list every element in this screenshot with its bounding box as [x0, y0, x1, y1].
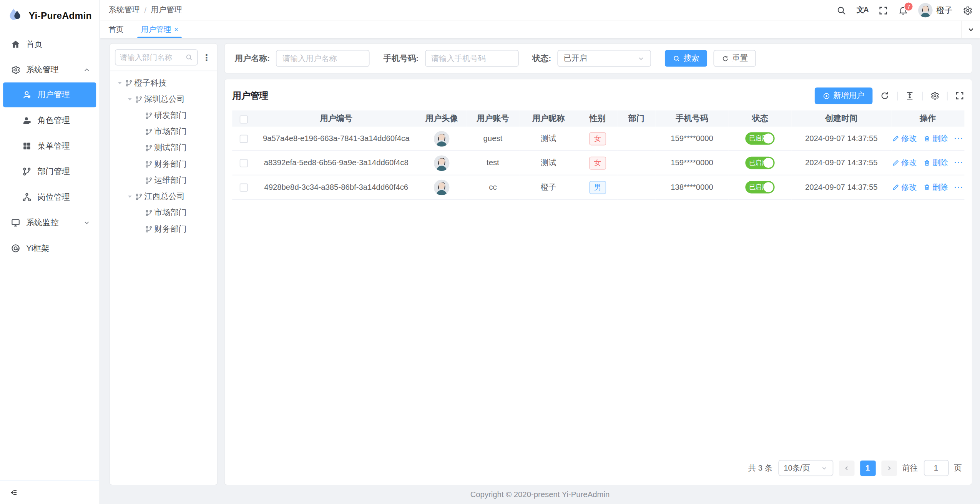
department-search-input[interactable]	[120, 53, 183, 62]
breadcrumb-system[interactable]: 系统管理	[109, 5, 140, 16]
edit-icon	[892, 159, 899, 166]
status-toggle[interactable]: 已启用	[746, 132, 775, 144]
main-area: 系统管理 / 用户管理 文A 7	[100, 0, 980, 504]
delete-button[interactable]: 删除	[923, 133, 948, 144]
sidebar-item-yi-framework[interactable]: Yi框架	[0, 235, 99, 261]
branch-icon	[135, 192, 143, 201]
cell-phone: 138****0000	[655, 175, 729, 199]
tree-node[interactable]: 市场部门	[115, 205, 212, 221]
sidebar-item-menus[interactable]: 菜单管理	[0, 133, 99, 159]
tree-node[interactable]: 橙子科技	[115, 75, 212, 91]
row-checkbox[interactable]	[240, 135, 248, 143]
page-number-1[interactable]: 1	[860, 460, 875, 476]
column-account: 用户账号	[467, 110, 519, 126]
tree-node[interactable]: 财务部门	[115, 156, 212, 172]
sidebar-item-label: 菜单管理	[37, 140, 70, 151]
tree-node[interactable]: 市场部门	[115, 124, 212, 140]
tree-node-label: 测试部门	[154, 142, 186, 153]
cell-user-id: a8392efa-5ed8-6b56-9a9e-3a14dd60f4c8	[256, 151, 417, 175]
reset-button[interactable]: 重置	[714, 50, 756, 67]
prev-page-button[interactable]	[839, 460, 854, 476]
fullscreen-icon[interactable]	[955, 91, 964, 100]
username-label: 用户名称:	[235, 53, 270, 64]
column-department: 部门	[617, 110, 655, 126]
sidebar-item-departments[interactable]: 部门管理	[0, 159, 99, 184]
caret-down-icon[interactable]	[126, 193, 133, 200]
branch-icon	[145, 209, 153, 217]
cell-phone: 159****0000	[655, 127, 729, 151]
cell-created: 2024-09-07 14:37:55	[792, 175, 891, 199]
collapse-sidebar-icon[interactable]	[9, 488, 18, 497]
divider	[947, 91, 948, 100]
edit-button-label: 修改	[901, 158, 917, 168]
caret-down-icon[interactable]	[126, 96, 133, 103]
sidebar-item-monitor[interactable]: 系统监控	[0, 210, 99, 235]
select-all-checkbox[interactable]	[240, 115, 248, 123]
search-button[interactable]: 搜索	[665, 50, 707, 67]
edit-button[interactable]: 修改	[892, 158, 917, 168]
edit-button[interactable]: 修改	[892, 133, 917, 144]
tree-node[interactable]: 研发部门	[115, 107, 212, 123]
username-input[interactable]	[276, 50, 370, 67]
delete-button[interactable]: 删除	[923, 182, 948, 192]
page-size-select[interactable]: 10条/页	[778, 460, 833, 476]
sidebar-collapse-bar	[0, 481, 99, 504]
table-row: 9a57a4e8-e196-663a-7841-3a14dd60f4cagues…	[232, 127, 964, 151]
goto-page-input[interactable]	[924, 460, 948, 476]
tree-node[interactable]: 测试部门	[115, 140, 212, 156]
sidebar-item-users[interactable]: 用户管理	[3, 82, 96, 107]
row-checkbox[interactable]	[240, 159, 248, 167]
tabs-dropdown-chevron-icon[interactable]	[961, 21, 980, 38]
sidebar-item-home[interactable]: 首页	[0, 31, 99, 57]
sidebar-item-label: 部门管理	[37, 166, 70, 177]
column-status: 状态	[729, 110, 792, 126]
search-icon[interactable]	[837, 5, 847, 15]
phone-input[interactable]	[425, 50, 519, 67]
delete-button[interactable]: 删除	[923, 158, 948, 168]
gender-tag: 男	[589, 181, 606, 194]
user-menu[interactable]: 橙子	[918, 3, 952, 17]
sidebar-item-system[interactable]: 系统管理	[0, 57, 99, 83]
status-toggle[interactable]: 已启用	[746, 157, 775, 169]
tab-users[interactable]: 用户管理×	[132, 21, 187, 38]
tree-node[interactable]: 运维部门	[115, 172, 212, 188]
status-select[interactable]: 已开启	[557, 50, 651, 67]
search-icon	[185, 54, 193, 61]
density-icon[interactable]	[905, 91, 914, 100]
table-toolbar: 新增用户	[815, 87, 965, 104]
close-icon[interactable]: ×	[174, 26, 178, 33]
branch-icon	[135, 95, 143, 103]
settings-icon[interactable]	[930, 91, 939, 100]
tree-node[interactable]: 深圳总公司	[115, 91, 212, 107]
tab-label: 用户管理	[141, 24, 171, 35]
bell-icon[interactable]: 7	[898, 5, 908, 15]
edit-button[interactable]: 修改	[892, 182, 917, 192]
more-actions-button[interactable]: ···	[954, 134, 963, 143]
sidebar-item-posts[interactable]: 岗位管理	[0, 184, 99, 210]
notification-badge: 7	[904, 2, 914, 11]
tree-node-label: 橙子科技	[134, 77, 166, 88]
add-user-button[interactable]: 新增用户	[815, 87, 873, 104]
search-button-label: 搜索	[684, 53, 699, 64]
next-page-button[interactable]	[881, 460, 897, 476]
more-actions-button[interactable]: ···	[954, 159, 963, 167]
caret-down-icon[interactable]	[116, 79, 123, 86]
tree-node-label: 研发部门	[154, 110, 186, 121]
tree-node-label: 江西总公司	[144, 191, 185, 202]
more-actions-button[interactable]: ···	[954, 183, 963, 192]
tree-node[interactable]: 财务部门	[115, 221, 212, 237]
translate-icon[interactable]: 文A	[857, 5, 868, 16]
tree-more-kebab-icon[interactable]: ⋮	[201, 53, 212, 62]
breadcrumb-users[interactable]: 用户管理	[151, 5, 182, 16]
tab-home[interactable]: 首页	[100, 21, 132, 38]
tree-node[interactable]: 江西总公司	[115, 189, 212, 205]
gear-icon[interactable]	[963, 5, 973, 15]
fullscreen-icon[interactable]	[878, 5, 888, 15]
app-logo[interactable]: Yi-PureAdmin	[0, 0, 99, 30]
sidebar-item-roles[interactable]: 角色管理	[0, 107, 99, 133]
row-checkbox[interactable]	[240, 184, 248, 192]
status-toggle[interactable]: 已启用	[746, 181, 775, 193]
refresh-icon[interactable]	[880, 91, 889, 100]
branch-icon	[145, 111, 153, 119]
user-table: 用户编号 用户头像 用户账号 用户昵称 性别 部门 手机号码 状态 创建时间 操…	[232, 110, 964, 199]
